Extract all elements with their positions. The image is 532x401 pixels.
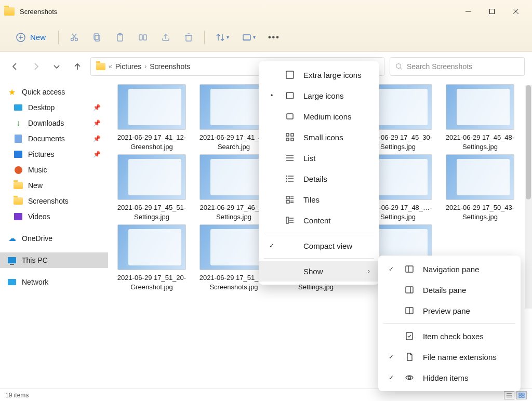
menu-view-option[interactable]: Extra large icons: [259, 64, 379, 85]
scrollbar-thumb[interactable]: [526, 85, 531, 199]
svg-rect-37: [286, 138, 289, 141]
menu-show-option[interactable]: Details pane: [378, 279, 521, 300]
clipboard-icon: [115, 32, 125, 43]
forward-button[interactable]: [28, 59, 44, 74]
back-button[interactable]: [7, 59, 23, 74]
svg-rect-30: [519, 395, 521, 397]
search-placeholder: Search Screenshots: [407, 62, 472, 71]
menu-compact-view[interactable]: ✓ Compact view: [259, 235, 379, 256]
new-label: New: [30, 33, 46, 42]
menu-show-option[interactable]: Preview pane: [378, 300, 521, 321]
menu-view-option[interactable]: •Large icons: [259, 85, 379, 106]
view-menu: Extra large icons•Large iconsMedium icon…: [259, 61, 379, 285]
file-item[interactable]: 2021-06-29 17_45_51-Settings.jpg: [113, 154, 190, 221]
svg-rect-48: [286, 196, 289, 199]
vertical-scrollbar[interactable]: [525, 85, 532, 309]
sidebar-item-desktop[interactable]: Desktop📌: [0, 100, 108, 115]
svg-rect-21: [243, 35, 250, 40]
pin-icon: 📌: [93, 104, 101, 111]
paste-button[interactable]: [110, 28, 130, 47]
cloud-icon: ☁: [7, 234, 17, 243]
breadcrumb-current[interactable]: Screenshots: [150, 62, 190, 71]
desktop-icon: [14, 104, 22, 111]
menu-show[interactable]: Show ›: [259, 261, 379, 282]
svg-rect-1: [490, 9, 495, 14]
maximize-button[interactable]: [480, 3, 504, 20]
toolbar: New ▾ ▾ •••: [0, 23, 532, 52]
download-icon: ↓: [14, 118, 23, 128]
svg-rect-58: [406, 266, 413, 272]
file-item[interactable]: 2021-06-29 17_50_43-Settings.jpg: [442, 154, 518, 221]
details-view-button[interactable]: [504, 391, 514, 399]
sidebar-item-screenshots[interactable]: Screenshots: [0, 193, 108, 209]
menu-view-option[interactable]: Tiles: [259, 189, 379, 210]
svg-rect-31: [522, 395, 524, 397]
option-icon: [404, 352, 415, 362]
svg-point-23: [396, 64, 401, 69]
menu-show-option[interactable]: ✓Hidden items: [378, 367, 521, 388]
sidebar-onedrive[interactable]: ☁OneDrive: [0, 231, 108, 246]
file-name: 2021-06-29 17_50_43-Settings.jpg: [444, 203, 516, 221]
menu-view-option[interactable]: List: [259, 148, 379, 168]
menu-view-option[interactable]: Small icons: [259, 127, 379, 148]
star-icon: ★: [7, 87, 17, 97]
svg-rect-36: [291, 133, 294, 136]
file-item[interactable]: 2021-06-29 17_45_48-Settings.jpg: [442, 84, 518, 151]
chevron-left-icon: «: [109, 63, 112, 70]
navigation-pane: ★Quick access Desktop📌 ↓Downloads📌 Docum…: [0, 81, 108, 389]
menu-show-option[interactable]: ✓File name extensions: [378, 346, 521, 367]
share-button[interactable]: [155, 28, 176, 47]
cut-button[interactable]: [64, 28, 85, 47]
sidebar-item-videos[interactable]: Videos: [0, 209, 108, 224]
svg-rect-34: [287, 114, 293, 119]
view-icon: [285, 216, 295, 225]
svg-rect-29: [522, 393, 524, 394]
sidebar-item-downloads[interactable]: ↓Downloads📌: [0, 115, 108, 131]
svg-rect-51: [286, 200, 289, 203]
file-thumbnail: [446, 84, 514, 130]
sidebar-this-pc[interactable]: This PC: [0, 252, 108, 268]
svg-point-7: [71, 38, 74, 41]
plus-circle-icon: [16, 32, 26, 43]
sidebar-item-pictures[interactable]: Pictures📌: [0, 146, 108, 162]
thumbnail-view-button[interactable]: [516, 391, 527, 399]
item-count: 19 items: [5, 392, 29, 399]
menu-view-option[interactable]: Content: [259, 210, 379, 231]
close-button[interactable]: [504, 3, 528, 20]
sidebar-item-new[interactable]: New: [0, 178, 108, 193]
new-button[interactable]: New: [8, 28, 53, 47]
menu-view-option[interactable]: Details: [259, 168, 379, 189]
view-button[interactable]: ▾: [236, 28, 261, 47]
sidebar-item-music[interactable]: Music: [0, 162, 108, 178]
view-icon: [285, 91, 295, 100]
file-item[interactable]: 2021-06-29 17_41_12-Greenshot.jpg: [113, 84, 190, 151]
option-icon: [404, 331, 415, 341]
up-button[interactable]: [70, 59, 85, 74]
rename-button[interactable]: [132, 28, 153, 47]
svg-point-47: [286, 181, 287, 182]
menu-show-option[interactable]: ✓Navigation pane: [378, 259, 521, 279]
recent-button[interactable]: [49, 59, 64, 74]
search-box[interactable]: Search Screenshots: [390, 57, 525, 76]
chevron-right-icon: ›: [368, 268, 370, 275]
file-item[interactable]: 2021-06-29 17_51_20-Greenshot.jpg: [113, 224, 190, 291]
check-icon: ✓: [387, 353, 396, 360]
sidebar-network[interactable]: Network: [0, 274, 108, 290]
copy-button[interactable]: [87, 28, 108, 47]
minimize-button[interactable]: [456, 3, 480, 20]
sidebar-item-documents[interactable]: Documents📌: [0, 131, 108, 146]
breadcrumb-parent[interactable]: Pictures: [115, 62, 142, 71]
more-button[interactable]: •••: [263, 28, 285, 47]
svg-line-10: [72, 34, 76, 38]
pin-icon: 📌: [93, 135, 101, 142]
svg-line-9: [73, 34, 76, 38]
sidebar-quick-access[interactable]: ★Quick access: [0, 84, 108, 100]
svg-rect-35: [286, 133, 289, 136]
menu-view-option[interactable]: Medium icons: [259, 106, 379, 127]
menu-show-option[interactable]: Item check boxes: [378, 326, 521, 346]
file-thumbnail: [117, 224, 186, 270]
view-icon: [285, 153, 295, 163]
sort-button[interactable]: ▾: [210, 28, 234, 47]
delete-button[interactable]: [178, 28, 199, 47]
svg-rect-18: [186, 35, 191, 41]
